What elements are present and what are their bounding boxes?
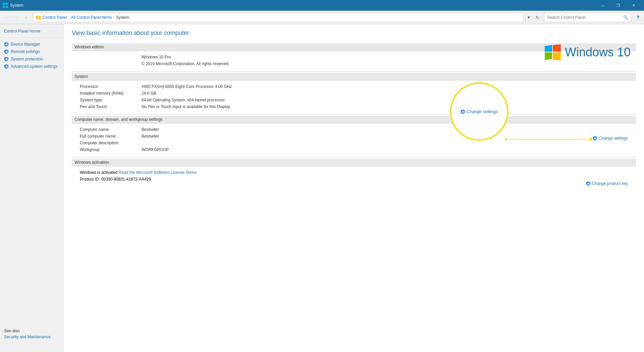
activation-status-row: Windows is activated Read the Microsoft …: [72, 169, 636, 176]
svg-point-7: [6, 44, 6, 45]
address-dropdown-button[interactable]: ▼: [525, 13, 532, 22]
svg-point-16: [6, 66, 6, 67]
divider-3: [72, 157, 636, 157]
sidebar-system-protection-label: System protection: [11, 57, 43, 61]
close-button[interactable]: ✕: [626, 0, 641, 11]
sidebar-item-device-manager[interactable]: Device Manager: [0, 41, 63, 48]
breadcrumb-sep-2: ›: [113, 15, 115, 20]
svg-point-32: [587, 183, 588, 184]
change-product-key-area: Change product key: [586, 181, 628, 186]
windows-flag-icon: [545, 44, 561, 60]
breadcrumb-bar: Control Panel › All Control Panel Items …: [33, 13, 523, 22]
svg-marker-20: [545, 52, 552, 60]
folder-icon: [36, 15, 41, 20]
content-area: View basic information about your comput…: [64, 24, 644, 352]
back-button[interactable]: ←: [1, 13, 11, 22]
change-product-key-label: Change product key: [592, 181, 628, 186]
see-also-section: See also Security and Maintenance: [0, 326, 64, 342]
svg-marker-19: [553, 44, 561, 52]
search-box: 🔍: [544, 13, 631, 22]
system-type-value: 64-bit Operating System, x64-based proce…: [139, 97, 636, 103]
sidebar: Control Panel Home Device Manager Remote…: [0, 24, 64, 352]
window-controls: — ❐ ✕: [595, 0, 641, 11]
refresh-button[interactable]: ↻: [533, 13, 542, 22]
forward-button[interactable]: →: [11, 13, 21, 22]
product-id-value: 00330-80831-41872-AA429: [101, 177, 151, 182]
svg-point-8: [7, 44, 7, 45]
edition-cell: [72, 54, 139, 60]
shield-icon-device: [4, 42, 9, 47]
minimize-button[interactable]: —: [595, 0, 610, 11]
breadcrumb-control-panel[interactable]: Control Panel: [43, 15, 67, 20]
processor-label: Processor:: [72, 83, 139, 90]
windows-logo-area: Windows 10: [545, 44, 631, 60]
ram-value: 24.0 GB: [139, 90, 636, 97]
breadcrumb-system: System: [116, 15, 129, 20]
page-title: View basic information about your comput…: [72, 30, 636, 39]
zoom-change-settings-label: Change settings: [467, 109, 498, 114]
zoom-change-settings-button[interactable]: Change settings: [461, 109, 498, 114]
up-button[interactable]: ↑: [21, 13, 31, 22]
see-also-label: See also: [4, 329, 60, 333]
table-row: © 2019 Microsoft Corporation. All rights…: [72, 60, 636, 67]
sidebar-device-manager-label: Device Manager: [11, 42, 40, 47]
svg-point-17: [7, 66, 7, 67]
svg-rect-1: [6, 3, 8, 5]
shield-icon-advanced: [4, 64, 9, 69]
svg-rect-3: [6, 6, 8, 8]
system-header: System: [72, 73, 636, 81]
sidebar-remote-settings-label: Remote settings: [11, 49, 40, 54]
svg-point-11: [7, 51, 7, 52]
sidebar-item-system-protection[interactable]: System protection: [0, 55, 63, 63]
sidebar-item-advanced-settings[interactable]: Advanced system settings: [0, 63, 63, 70]
shield-icon-zoom: [461, 109, 465, 114]
svg-point-26: [589, 138, 592, 141]
copyright-value: © 2019 Microsoft Corporation. All rights…: [139, 60, 636, 67]
zoom-circle: Change settings: [450, 82, 508, 141]
system-table: Processor: AMD FX(tm)-8350 Eight-Core Pr…: [72, 83, 636, 110]
windows-activation-header: Windows activation: [72, 159, 636, 166]
svg-point-23: [462, 111, 463, 112]
product-id-row: Product ID: 00330-80831-41872-AA429: [72, 176, 636, 183]
address-bar: ← → ↑ Control Panel › All Control Panel …: [0, 11, 644, 24]
product-id-label: Product ID:: [80, 177, 100, 182]
svg-marker-18: [545, 45, 552, 52]
comp-desc-label: Computer description:: [72, 140, 139, 146]
table-row: Pen and Touch: No Pen or Touch Input is …: [72, 103, 636, 110]
change-product-key-button[interactable]: Change product key: [586, 181, 628, 186]
comp-name-label: Computer name:: [72, 126, 139, 133]
table-row: Installed memory (RAM): 24.0 GB: [72, 90, 636, 97]
system-icon: [3, 3, 8, 8]
svg-point-13: [6, 59, 6, 59]
computer-name-section: Computer name, domain, and workgroup set…: [72, 116, 636, 153]
svg-rect-5: [36, 16, 38, 17]
window-title: System: [10, 3, 595, 8]
license-terms-link[interactable]: Read the Microsoft Software License Term…: [119, 170, 197, 175]
sidebar-advanced-label: Advanced system settings: [11, 64, 57, 69]
search-icon: 🔍: [623, 15, 628, 20]
main-layout: Control Panel Home Device Manager Remote…: [0, 24, 644, 352]
help-button[interactable]: ?: [633, 13, 643, 22]
shield-icon-remote: [4, 49, 9, 54]
divider-1: [72, 71, 636, 71]
activated-text: Windows is activated: [80, 170, 117, 175]
table-row: Processor: AMD FX(tm)-8350 Eight-Core Pr…: [72, 83, 636, 90]
see-also-security-link[interactable]: Security and Maintenance: [4, 335, 60, 339]
breadcrumb-all-items[interactable]: All Control Panel Items: [71, 15, 112, 20]
workgroup-label: Workgroup:: [72, 146, 139, 153]
svg-rect-2: [3, 6, 5, 8]
sidebar-control-panel-home[interactable]: Control Panel Home: [0, 27, 63, 35]
restore-button[interactable]: ❐: [610, 0, 626, 11]
svg-point-24: [463, 111, 464, 112]
ram-label: Installed memory (RAM):: [72, 90, 139, 97]
shield-icon-product-key: [586, 181, 591, 186]
svg-point-14: [7, 59, 7, 59]
full-comp-name-label: Full computer name:: [72, 133, 139, 140]
svg-rect-0: [3, 3, 5, 5]
search-input[interactable]: [547, 15, 623, 20]
breadcrumb-sep-1: ›: [68, 15, 70, 20]
sidebar-item-remote-settings[interactable]: Remote settings: [0, 48, 63, 55]
copyright-cell: [72, 60, 139, 67]
svg-marker-21: [553, 52, 561, 60]
system-section: System Processor: AMD FX(tm)-8350 Eight-…: [72, 73, 636, 110]
